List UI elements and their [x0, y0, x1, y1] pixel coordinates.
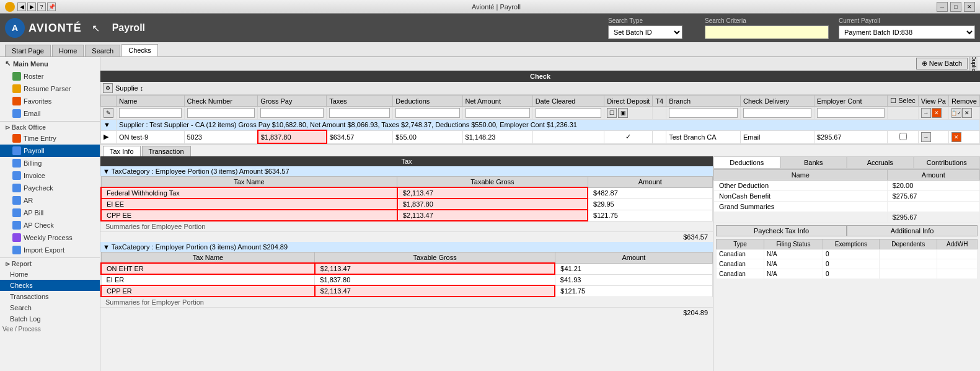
- filter-name-input[interactable]: [119, 108, 182, 118]
- sidebar-item-batch-log[interactable]: Batch Log: [0, 313, 100, 324]
- row-checkbox[interactable]: [899, 133, 907, 140]
- tab-home[interactable]: Home: [52, 45, 84, 56]
- tab-contributions[interactable]: Contributions: [914, 156, 981, 169]
- remove-icon2[interactable]: ✕: [962, 108, 972, 118]
- close-btn[interactable]: ✕: [964, 2, 975, 12]
- row-expand-cell[interactable]: ▶: [101, 130, 117, 143]
- sidebar-item-import-export[interactable]: Import Export: [0, 244, 100, 256]
- main-menu-header[interactable]: ↖ Main Menu: [0, 57, 100, 70]
- edit-row-icon[interactable]: →: [921, 132, 931, 142]
- main-menu-label: Main Menu: [13, 60, 48, 68]
- filter-dd-icon2[interactable]: ▣: [618, 108, 628, 118]
- filter-check-input[interactable]: [187, 108, 255, 118]
- filter-date-input[interactable]: [536, 108, 602, 118]
- filter-deductions-input[interactable]: [395, 108, 459, 118]
- filter-edit-icon[interactable]: ✎: [104, 108, 113, 118]
- minimize-btn[interactable]: ─: [937, 2, 948, 12]
- supplier-filter-btn[interactable]: ⚙: [103, 83, 113, 93]
- filter-employer-cell[interactable]: [814, 107, 887, 120]
- sidebar-item-resume-parser[interactable]: Resume Parser: [0, 83, 100, 95]
- sidebar-item-roster[interactable]: Roster: [0, 70, 100, 83]
- additional-info-btn[interactable]: Additional Info: [847, 225, 978, 236]
- filter-dd-icon1[interactable]: ☐: [607, 108, 617, 118]
- employer-portion-total: $204.89: [100, 307, 713, 318]
- employee-portion-expand[interactable]: ▼: [103, 168, 112, 175]
- sidebar-item-ap-bill[interactable]: AP Bill: [0, 207, 100, 219]
- duplicate-panel[interactable]: Duplic: [969, 57, 978, 71]
- tab-deductions[interactable]: Deductions: [713, 156, 780, 169]
- forward-btn[interactable]: ▶: [27, 2, 36, 11]
- tab-banks[interactable]: Banks: [780, 156, 847, 169]
- remove-icon1[interactable]: 📋✓: [951, 108, 961, 118]
- filter-delivery-cell[interactable]: [740, 107, 814, 120]
- maximize-btn[interactable]: □: [950, 2, 961, 12]
- new-batch-button[interactable]: ⊕ New Batch: [916, 58, 968, 69]
- search-type-select[interactable]: Set Batch ID: [608, 25, 682, 39]
- sidebar-item-ar[interactable]: AR: [0, 194, 100, 207]
- view-icon2[interactable]: ✕: [932, 108, 942, 118]
- remove-row-icon[interactable]: ✕: [951, 132, 961, 142]
- employer-tax-table: Tax Name Taxable Gross Amount ON EHT ER …: [100, 252, 713, 297]
- filter-net-input[interactable]: [466, 108, 530, 118]
- filter-net-cell[interactable]: [462, 107, 532, 120]
- filter-t4-cell: [653, 107, 666, 120]
- sidebar-item-report-checks[interactable]: Checks: [0, 280, 100, 291]
- supplier-filter-row: ⚙ Supplie ↕: [100, 82, 980, 95]
- filter-gross-input[interactable]: [260, 108, 324, 118]
- filter-branch-cell[interactable]: [666, 107, 741, 120]
- taxable-gross-ei-er: $1,837.80: [315, 274, 555, 285]
- tab-search[interactable]: Search: [85, 45, 120, 56]
- filter-dd-cell[interactable]: ☐ ▣: [604, 107, 653, 120]
- sidebar-item-invoice[interactable]: Invoice: [0, 169, 100, 182]
- tab-checks[interactable]: Checks: [121, 44, 158, 56]
- back-btn[interactable]: ◀: [17, 2, 26, 11]
- paycheck-tax-info-btn[interactable]: Paycheck Tax Info: [716, 225, 847, 236]
- tab-transaction[interactable]: Transaction: [142, 146, 191, 156]
- employer-portion-expand[interactable]: ▼: [103, 243, 112, 251]
- amount-ei-ee: $29.95: [588, 199, 712, 210]
- filter-delivery-input[interactable]: [743, 108, 811, 118]
- sidebar-item-email[interactable]: Email: [0, 107, 100, 120]
- view-icon1[interactable]: →: [921, 108, 931, 118]
- sidebar-item-payroll[interactable]: Payroll: [0, 145, 100, 157]
- paycheck-tax-row-1: Canadian N/A 0: [717, 249, 978, 259]
- row-gross-pay-cell: $1,837.80: [258, 130, 327, 143]
- filter-taxes-cell[interactable]: [327, 107, 393, 120]
- search-criteria-input[interactable]: [705, 25, 829, 39]
- row-selec-cell[interactable]: [888, 130, 919, 143]
- tax-row-fwt: Federal Withholding Tax $2,113.47 $482.8…: [101, 187, 713, 199]
- filter-branch-input[interactable]: [669, 108, 738, 118]
- sidebar-item-paycheck[interactable]: Paycheck: [0, 182, 100, 194]
- filter-deductions-cell[interactable]: [393, 107, 462, 120]
- pin-btn[interactable]: 📌: [47, 2, 56, 11]
- sidebar-item-report-home[interactable]: Home: [0, 269, 100, 280]
- row-remove-cell[interactable]: ✕: [948, 130, 979, 143]
- filter-date-cell[interactable]: [532, 107, 604, 120]
- filter-name-cell[interactable]: [117, 107, 185, 120]
- supplier-expand-cell[interactable]: ▼: [101, 120, 117, 131]
- sidebar-item-ap-check[interactable]: AP Check: [0, 219, 100, 231]
- row-viewpa-cell[interactable]: →: [918, 130, 948, 143]
- sidebar-item-report-search[interactable]: Search: [0, 302, 100, 313]
- th-t4: T4: [653, 96, 666, 107]
- filter-employer-input[interactable]: [817, 108, 885, 118]
- deduction-amount-grand: [887, 202, 979, 212]
- sidebar-item-billing[interactable]: Billing: [0, 157, 100, 169]
- filter-gross-cell[interactable]: [258, 107, 327, 120]
- sidebar-item-transactions[interactable]: Transactions: [0, 291, 100, 302]
- tab-start-page[interactable]: Start Page: [5, 45, 51, 56]
- tab-accruals[interactable]: Accruals: [847, 156, 914, 169]
- current-payroll-select[interactable]: Payment Batch ID:838: [839, 25, 975, 39]
- th-employer-cont: Employer Cont: [814, 96, 887, 107]
- paycheck-tax-row-2: Canadian N/A 0: [717, 259, 978, 269]
- tab-tax-info[interactable]: Tax Info: [103, 146, 141, 156]
- help-btn[interactable]: ?: [37, 2, 46, 11]
- sidebar-item-favorites[interactable]: Favorites: [0, 95, 100, 107]
- sidebar-item-time-entry[interactable]: Time Entry: [0, 132, 100, 145]
- deduction-name-noncash: NonCash Benefit: [714, 191, 888, 202]
- filter-check-cell[interactable]: [184, 107, 258, 120]
- sidebar-item-weekly-process[interactable]: Weekly Process: [0, 231, 100, 244]
- filter-taxes-input[interactable]: [329, 108, 390, 118]
- filter-remove-cell: 📋✓ ✕: [948, 107, 979, 120]
- deductions-table: Name Amount Other Deduction $20.00 NonCa…: [713, 169, 980, 223]
